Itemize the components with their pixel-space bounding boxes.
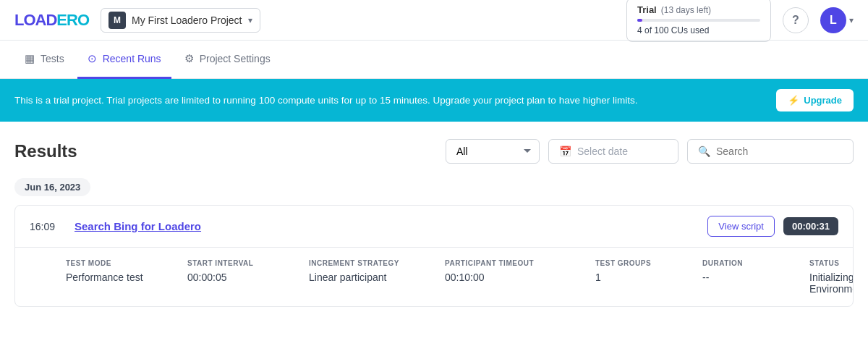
increment-strategy-value: Linear participant	[309, 272, 439, 283]
date-picker-placeholder: Select date	[577, 146, 628, 157]
trial-bar	[637, 19, 642, 22]
user-menu-chevron-icon: ▾	[849, 15, 854, 25]
nav-item-recent-runs[interactable]: ⊙ Recent Runs	[77, 41, 171, 79]
settings-icon: ⚙	[184, 52, 194, 65]
detail-participant-timeout: PARTICIPANT TIMEOUT 00:10:00	[445, 259, 590, 295]
trial-banner: This is a trial project. Trial projects …	[0, 79, 868, 122]
date-picker[interactable]: 📅 Select date	[548, 139, 678, 164]
duration-value: --	[702, 272, 804, 283]
project-selector[interactable]: M My First Loadero Project ▾	[101, 8, 260, 33]
run-time: 16:09	[30, 221, 66, 232]
help-button[interactable]: ?	[783, 7, 809, 33]
results-header: Results All Passed Failed 📅 Select date …	[14, 139, 854, 164]
view-script-button[interactable]: View script	[707, 216, 775, 237]
nav-item-recent-runs-label: Recent Runs	[103, 53, 161, 64]
start-interval-value: 00:00:05	[187, 272, 303, 283]
calendar-icon: 📅	[559, 146, 571, 157]
start-interval-label: START INTERVAL	[187, 259, 303, 267]
chevron-down-icon: ▾	[248, 15, 252, 25]
project-name: My First Loadero Project	[132, 14, 242, 26]
main-content: Results All Passed Failed 📅 Select date …	[0, 122, 868, 336]
run-details-grid: TEST MODE Performance test START INTERVA…	[66, 259, 838, 295]
participant-timeout-value: 00:10:00	[445, 272, 590, 283]
trial-banner-text: This is a trial project. Trial projects …	[14, 95, 637, 106]
date-group: Jun 16, 2023 16:09 Search Bing for Loade…	[14, 178, 854, 307]
user-avatar: L	[820, 7, 846, 33]
detail-increment-strategy: INCREMENT STRATEGY Linear participant	[309, 259, 439, 295]
test-groups-value: 1	[595, 272, 697, 283]
detail-duration: DURATION --	[702, 259, 804, 295]
test-groups-label: TEST GROUPS	[595, 259, 697, 267]
duration-label: DURATION	[702, 259, 804, 267]
test-mode-label: TEST MODE	[66, 259, 182, 267]
test-mode-value: Performance test	[66, 272, 182, 283]
increment-strategy-label: INCREMENT STRATEGY	[309, 259, 439, 267]
nav-item-tests-label: Tests	[41, 53, 64, 64]
trial-usage: 4 of 100 CUs used	[637, 25, 760, 35]
nav-item-project-settings[interactable]: ⚙ Project Settings	[174, 41, 281, 79]
tests-icon: ▦	[25, 52, 35, 65]
user-menu[interactable]: L ▾	[820, 7, 854, 33]
run-duration-badge: 00:00:31	[783, 217, 838, 235]
results-title: Results	[14, 141, 437, 161]
date-badge: Jun 16, 2023	[14, 178, 90, 196]
filter-select[interactable]: All Passed Failed	[446, 139, 540, 164]
participant-timeout-label: PARTICIPANT TIMEOUT	[445, 259, 590, 267]
bolt-icon: ⚡	[788, 95, 799, 106]
nav-item-tests[interactable]: ▦ Tests	[14, 41, 75, 79]
run-card-body: TEST MODE Performance test START INTERVA…	[15, 248, 853, 306]
detail-start-interval: START INTERVAL 00:00:05	[187, 259, 303, 295]
status-label: STATUS	[809, 259, 854, 267]
run-card-header: 16:09 Search Bing for Loadero View scrip…	[15, 206, 853, 248]
detail-test-mode: TEST MODE Performance test	[66, 259, 182, 295]
trial-days-left: (13 days left)	[661, 5, 711, 15]
status-value: Initializing Environment	[809, 272, 854, 295]
nav-item-project-settings-label: Project Settings	[200, 53, 271, 64]
recent-runs-icon: ⊙	[88, 52, 97, 65]
detail-test-groups: TEST GROUPS 1	[595, 259, 697, 295]
project-avatar: M	[109, 12, 126, 29]
search-box: 🔍	[687, 139, 854, 164]
trial-bar-container	[637, 19, 760, 22]
trial-label: Trial (13 days left)	[637, 4, 760, 15]
search-icon: 🔍	[698, 146, 710, 157]
run-card: 16:09 Search Bing for Loadero View scrip…	[14, 205, 854, 307]
upgrade-button-label: Upgrade	[804, 95, 842, 106]
upgrade-button[interactable]: ⚡ Upgrade	[776, 89, 854, 111]
run-name-link[interactable]: Search Bing for Loadero	[75, 220, 699, 232]
header: LOADERO M My First Loadero Project ▾ Tri…	[0, 0, 868, 41]
main-nav: ▦ Tests ⊙ Recent Runs ⚙ Project Settings	[0, 41, 868, 79]
detail-status: STATUS Initializing Environment	[809, 259, 854, 295]
logo: LOADERO	[14, 11, 89, 30]
search-input[interactable]	[716, 146, 843, 157]
trial-widget: Trial (13 days left) 4 of 100 CUs used	[626, 0, 771, 42]
